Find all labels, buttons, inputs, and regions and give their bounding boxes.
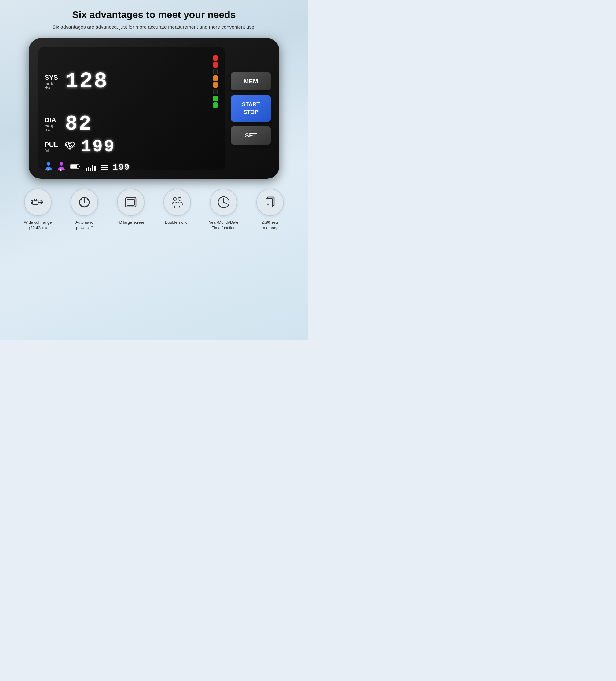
set-button[interactable]: SET (231, 126, 271, 145)
features-section: Wide cuff range(22-42cm) Automaticpower-… (12, 188, 296, 231)
feature-wide-cuff: Wide cuff range(22-42cm) (15, 188, 60, 231)
memory-icon (263, 195, 278, 210)
indicator-bar (212, 52, 219, 111)
power-icon (77, 195, 92, 210)
small-digits: 199 (113, 162, 130, 172)
device-container: SYS mmHgkPa 128 (12, 38, 296, 179)
pul-label-col: PUL /min (45, 141, 61, 153)
bar-chart-icon (85, 163, 96, 171)
svg-rect-5 (79, 166, 80, 168)
seg-orange-1 (213, 75, 218, 81)
buttons-panel: MEM START STOP SET (231, 47, 271, 170)
svg-point-0 (47, 162, 50, 166)
seg-green-2 (213, 102, 218, 108)
seg-off-1 (213, 69, 218, 74)
screen-icon (123, 195, 139, 210)
svg-text:B: B (60, 168, 62, 171)
double-switch-label: Double switch (165, 220, 190, 225)
stop-label: STOP (244, 109, 258, 115)
wide-cuff-label: Wide cuff range(22-42cm) (24, 220, 52, 231)
seg-orange-2 (213, 82, 218, 88)
svg-rect-19 (127, 199, 134, 205)
dia-label: DIA (45, 116, 61, 124)
datetime-icon-circle (210, 188, 238, 216)
pul-value: 199 (81, 137, 219, 156)
person-b-icon: B (57, 161, 66, 173)
hd-screen-label: HD large screen (117, 220, 145, 225)
sys-label-col: SYS mmHgkPa (45, 74, 61, 90)
svg-rect-6 (71, 165, 74, 168)
memory-label: 2x90 setsmemory (262, 220, 279, 231)
svg-point-21 (178, 197, 181, 200)
wide-cuff-icon-circle (24, 188, 52, 216)
pul-label: PUL (45, 141, 61, 149)
seg-off-2 (213, 89, 218, 94)
dia-sub: mmHgkPa (45, 124, 61, 132)
person-a-icon: A (45, 161, 53, 173)
sys-value: 128 (65, 69, 208, 94)
start-stop-button[interactable]: START STOP (231, 95, 271, 122)
sys-row: SYS mmHgkPa 128 (45, 52, 219, 111)
feature-memory: 2x90 setsmemory (247, 188, 293, 231)
svg-rect-7 (74, 165, 77, 168)
seg-red-1 (213, 55, 218, 61)
menu-icon (101, 165, 108, 170)
auto-power-icon-circle (71, 188, 98, 216)
wide-cuff-icon (30, 195, 46, 210)
feature-hd-screen: HD large screen (108, 188, 153, 225)
hd-screen-icon-circle (117, 188, 145, 216)
sys-label: SYS (45, 74, 61, 81)
feature-auto-power: Automaticpower-off (62, 188, 107, 231)
svg-text:2: 2 (179, 206, 180, 209)
seg-red-2 (213, 62, 218, 68)
dia-row: DIA mmHgkPa 82 (45, 112, 219, 136)
clock-icon (216, 195, 231, 210)
pul-row: PUL /min 199 (45, 137, 219, 156)
seg-green-1 (213, 96, 218, 101)
status-bar: A B (45, 159, 219, 173)
sys-sub: mmHgkPa (45, 81, 61, 90)
page-wrapper: Six advantages to meet your needs Six ad… (0, 0, 308, 340)
mem-button[interactable]: MEM (231, 72, 271, 91)
svg-point-20 (173, 197, 176, 200)
blood-pressure-monitor: SYS mmHgkPa 128 (29, 38, 279, 179)
auto-power-label: Automaticpower-off (75, 220, 93, 231)
battery-icon (70, 164, 81, 171)
dia-label-col: DIA mmHgkPa (45, 116, 61, 132)
datetime-label: Year/Month/DateTime function (209, 220, 238, 231)
double-switch-icon-circle: 1 2 (164, 188, 191, 216)
page-title: Six advantages to meet your needs (12, 9, 296, 21)
svg-text:1: 1 (174, 206, 175, 209)
memory-icon-circle (256, 188, 284, 216)
monitor-screen: SYS mmHgkPa 128 (39, 47, 225, 170)
header: Six advantages to meet your needs Six ad… (12, 9, 296, 31)
svg-point-27 (223, 202, 224, 203)
double-switch-icon: 1 2 (170, 195, 185, 210)
dia-value: 82 (65, 112, 219, 136)
feature-double-switch: 1 2 Double switch (155, 188, 200, 225)
svg-point-2 (59, 162, 63, 166)
start-label: START (242, 101, 260, 107)
feature-datetime: Year/Month/DateTime function (201, 188, 246, 231)
svg-text:A: A (47, 168, 49, 171)
pul-sub: /min (45, 149, 61, 153)
heart-icon (65, 142, 75, 152)
page-subtitle: Six advantages are advanced, just for mo… (12, 24, 296, 31)
